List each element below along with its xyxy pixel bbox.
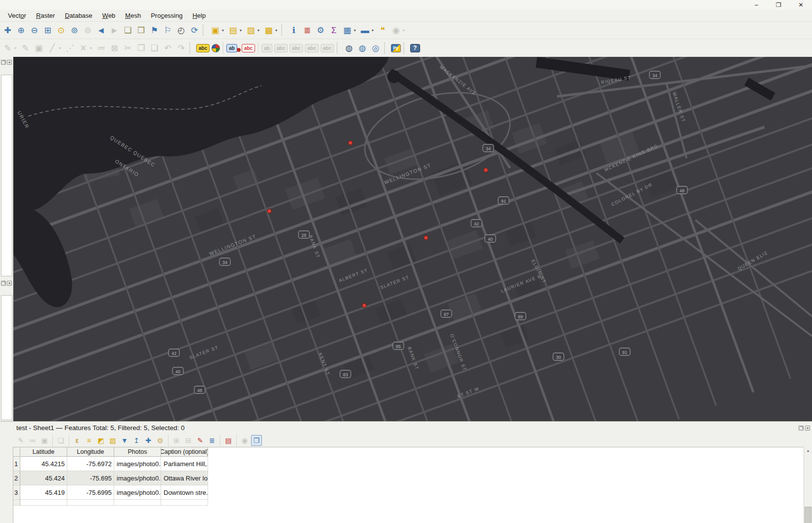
metasearch-icon[interactable]: ◍ — [343, 42, 355, 54]
paste-features-icon[interactable]: ❑ — [148, 42, 161, 54]
vertex-tool-dropdown[interactable] — [90, 42, 94, 54]
layer-labeling-icon[interactable]: abc — [196, 44, 210, 52]
panel-float-button[interactable]: ❐ — [1, 281, 6, 286]
field-calculator-icon[interactable]: ≣ — [207, 435, 217, 446]
field-calculator-icon[interactable]: ≣ — [301, 24, 313, 37]
restore-button[interactable]: ❐ — [768, 0, 790, 10]
toolbar-handle[interactable] — [189, 43, 193, 53]
zoom-native-icon[interactable]: ⊜ — [82, 24, 94, 37]
attribute-table-dropdown[interactable] — [354, 24, 358, 37]
panel-close-button[interactable]: ✕ — [7, 281, 12, 286]
menu-processing[interactable]: Processing — [146, 11, 187, 21]
open-form-icon[interactable]: ✎ — [195, 435, 206, 446]
minimize-button[interactable]: – — [745, 0, 768, 10]
cut-features-icon[interactable]: ✂ — [122, 42, 134, 54]
new-3d-map-view-icon[interactable]: ❒ — [135, 24, 147, 37]
browser-panel[interactable] — [1, 75, 12, 276]
web-service-add-icon[interactable]: ◍ — [356, 42, 369, 54]
zoom-last-icon[interactable]: ◀ — [95, 24, 107, 37]
select-features-icon[interactable]: ▣ — [209, 24, 221, 37]
refresh-map-icon[interactable]: ⟳ — [188, 24, 201, 37]
delete-field-icon[interactable]: ⊟ — [183, 435, 194, 446]
toolbar-handle[interactable] — [203, 25, 207, 36]
conditional-formatting-icon[interactable]: ▤ — [223, 435, 234, 446]
menu-web[interactable]: Web — [97, 11, 121, 21]
current-edits-dropdown[interactable] — [14, 42, 19, 54]
open-attribute-table-icon[interactable]: ▦ — [341, 24, 353, 37]
rotate-label-icon[interactable]: abc — [305, 44, 318, 52]
toggle-editing-icon[interactable]: ✎ — [15, 435, 26, 446]
zoom-out-icon[interactable]: ⊖ — [28, 24, 41, 37]
select-by-form-icon[interactable]: ▤ — [227, 24, 239, 37]
scroll-up-icon[interactable]: ▲ — [804, 447, 812, 454]
zoom-in-icon[interactable]: ⊕ — [15, 24, 27, 37]
pin-labels-icon[interactable]: ab — [226, 44, 237, 52]
new-map-view-icon[interactable]: ❏ — [122, 24, 134, 37]
toggle-editing-icon[interactable]: ✎ — [19, 42, 32, 54]
new-field-icon[interactable]: ⊞ — [171, 435, 182, 446]
undo-icon[interactable]: ↶ — [162, 42, 174, 54]
scrollbar-track[interactable] — [804, 454, 812, 523]
select-by-form-dropdown[interactable] — [240, 24, 244, 37]
temporal-controller-icon[interactable]: ◴ — [175, 24, 187, 37]
toolbar-handle[interactable] — [337, 43, 341, 53]
web-service-search-icon[interactable]: ◎ — [370, 42, 382, 54]
menu-vector[interactable]: Vector — [3, 11, 31, 21]
dock-table-icon[interactable]: ❐ — [251, 435, 262, 446]
panel-close-button[interactable]: ✕ — [7, 60, 12, 65]
pan-to-selection-icon[interactable]: ✚ — [143, 435, 154, 446]
panel-close-button[interactable]: ✕ — [805, 426, 810, 431]
menu-database[interactable]: Database — [60, 11, 97, 21]
filter-form-icon[interactable]: ▼ — [119, 435, 130, 446]
digitize-segment-icon[interactable]: ╱ — [46, 42, 58, 54]
zoom-to-selection-icon[interactable]: ⊙ — [55, 24, 67, 37]
save-edits-icon[interactable]: ▣ — [39, 435, 50, 446]
column-header-longitude[interactable]: Longitude — [67, 447, 114, 457]
run-feature-action-dropdown[interactable] — [403, 24, 407, 37]
python-console-icon[interactable]: Py — [391, 44, 401, 52]
show-hide-labels-icon[interactable]: abc — [274, 44, 288, 52]
deselect-features-icon[interactable]: ▨ — [245, 24, 257, 37]
add-point-feature-icon[interactable]: ⋰ — [64, 42, 76, 54]
measure-dropdown[interactable] — [372, 24, 376, 37]
table-row[interactable]: 3 45.419 -75.6995 images/photo0... Downt… — [13, 485, 804, 500]
move-label-icon[interactable]: abc — [290, 44, 303, 52]
select-by-location-dropdown[interactable] — [275, 24, 280, 37]
scrollbar-thumb[interactable] — [805, 507, 812, 523]
new-spatial-bookmark-icon[interactable]: ⚑ — [148, 24, 161, 37]
zoom-to-layer-icon[interactable]: ⊚ — [68, 24, 81, 37]
invert-selection-icon[interactable]: ◩ — [95, 435, 106, 446]
menu-mesh[interactable]: Mesh — [120, 11, 146, 21]
move-selection-top-icon[interactable]: ↥ — [131, 435, 142, 446]
measure-icon[interactable]: ▬ — [359, 24, 371, 37]
delete-selected-icon[interactable]: ⊠ — [108, 42, 121, 54]
copy-features-icon[interactable]: ❐ — [135, 42, 147, 54]
select-features-dropdown[interactable] — [222, 24, 226, 37]
multiedit-mode-icon[interactable]: ≔ — [27, 435, 38, 446]
run-feature-action-icon[interactable]: ◉ — [390, 24, 402, 37]
column-header-photos[interactable]: Photos — [114, 447, 161, 457]
panel-float-button[interactable]: ❐ — [1, 60, 6, 65]
layer-diagram-icon[interactable] — [212, 44, 220, 52]
column-header-latitude[interactable]: Latitude — [20, 447, 67, 457]
paste-features-icon[interactable]: ❑ — [55, 435, 66, 446]
help-icon[interactable]: ? — [410, 44, 420, 52]
layers-panel[interactable] — [1, 295, 12, 420]
vertex-tool-icon[interactable]: ✕ — [77, 42, 89, 54]
zoom-to-selection-icon[interactable]: ⊙ — [155, 435, 166, 446]
current-edits-icon[interactable]: ✎ — [1, 42, 14, 54]
corner-header[interactable] — [13, 447, 20, 457]
actions-icon[interactable]: ◉ — [239, 435, 250, 446]
map-canvas[interactable]: QUEBEC QUEBECONTARIOURIERMACKENZIE AVERI… — [13, 57, 812, 421]
change-label-icon[interactable]: abc — [321, 44, 334, 52]
vertical-scrollbar[interactable]: ▲ ▼ — [804, 447, 812, 523]
pin-unpin-labels-icon[interactable]: ab — [261, 44, 272, 52]
deselect-dropdown[interactable] — [257, 24, 262, 37]
menu-raster[interactable]: Raster — [31, 11, 60, 21]
column-header-caption[interactable]: Caption (optional) — [161, 447, 208, 457]
highlight-labels-icon[interactable]: abc — [242, 44, 255, 52]
digitize-dropdown[interactable] — [59, 42, 63, 54]
menu-help[interactable]: Help — [187, 11, 211, 21]
table-row[interactable]: 1 45.4215 -75.6972 images/photo0... Parl… — [13, 457, 804, 471]
identify-features-icon[interactable]: ℹ — [288, 24, 300, 37]
